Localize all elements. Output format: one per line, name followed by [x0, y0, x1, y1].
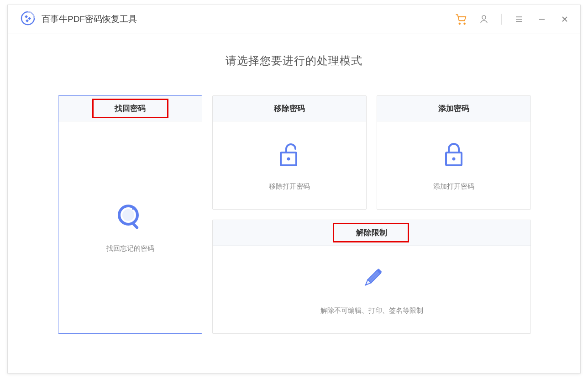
card-title: 找回密码 [115, 103, 146, 114]
card-body: 移除打开密码 [213, 121, 366, 209]
svg-point-20 [452, 157, 456, 160]
mode-grid: 找回密码 找回忘记的密码 [58, 95, 530, 334]
card-desc: 添加打开密码 [433, 182, 474, 191]
card-add-password[interactable]: 添加密码 添加打开密码 [377, 95, 531, 210]
card-header-remove: 移除密码 [213, 96, 366, 121]
card-desc: 找回忘记的密码 [106, 244, 154, 253]
card-body: 添加打开密码 [377, 121, 530, 209]
card-title: 解除限制 [356, 227, 387, 238]
card-header-recover: 找回密码 [58, 96, 202, 121]
svg-point-4 [459, 23, 460, 24]
card-title: 添加密码 [438, 103, 469, 114]
page-heading: 请选择您要进行的处理模式 [8, 53, 580, 68]
lock-icon [442, 140, 465, 169]
app-logo-group: 百事牛PDF密码恢复工具 [21, 11, 137, 27]
cart-icon[interactable] [455, 13, 467, 26]
card-remove-password[interactable]: 移除密码 移除打开密码 [212, 95, 367, 210]
card-body: 解除不可编辑、打印、签名等限制 [213, 246, 530, 333]
search-icon [116, 202, 145, 232]
card-desc: 解除不可编辑、打印、签名等限制 [320, 306, 423, 315]
pencil-icon [358, 264, 385, 294]
minimize-button[interactable] [536, 13, 548, 26]
svg-rect-16 [132, 208, 135, 210]
close-button[interactable] [558, 13, 571, 26]
card-body: 找回忘记的密码 [58, 121, 202, 333]
separator [501, 14, 502, 25]
unlock-icon [277, 140, 302, 169]
card-title: 移除密码 [274, 103, 305, 114]
card-desc: 移除打开密码 [269, 182, 310, 191]
svg-rect-15 [132, 222, 139, 230]
card-recover-password[interactable]: 找回密码 找回忘记的密码 [58, 95, 202, 334]
svg-point-6 [482, 16, 486, 19]
titlebar: 百事牛PDF密码恢复工具 [8, 5, 580, 33]
menu-icon[interactable] [513, 13, 525, 26]
app-logo-icon [21, 11, 35, 27]
titlebar-controls [455, 13, 571, 26]
svg-point-14 [122, 209, 134, 221]
app-title: 百事牛PDF密码恢复工具 [42, 13, 137, 25]
user-icon[interactable] [478, 13, 490, 26]
svg-rect-2 [28, 16, 31, 20]
card-remove-restriction[interactable]: 解除限制 [212, 220, 531, 334]
card-header-unlock: 解除限制 [213, 220, 530, 246]
svg-point-18 [287, 157, 290, 160]
svg-point-5 [464, 23, 465, 24]
svg-rect-1 [25, 15, 28, 18]
card-header-add: 添加密码 [377, 96, 530, 121]
main-content: 请选择您要进行的处理模式 找回密码 [8, 33, 580, 373]
svg-rect-3 [26, 19, 29, 22]
app-window: 百事牛PDF密码恢复工具 [7, 5, 581, 374]
